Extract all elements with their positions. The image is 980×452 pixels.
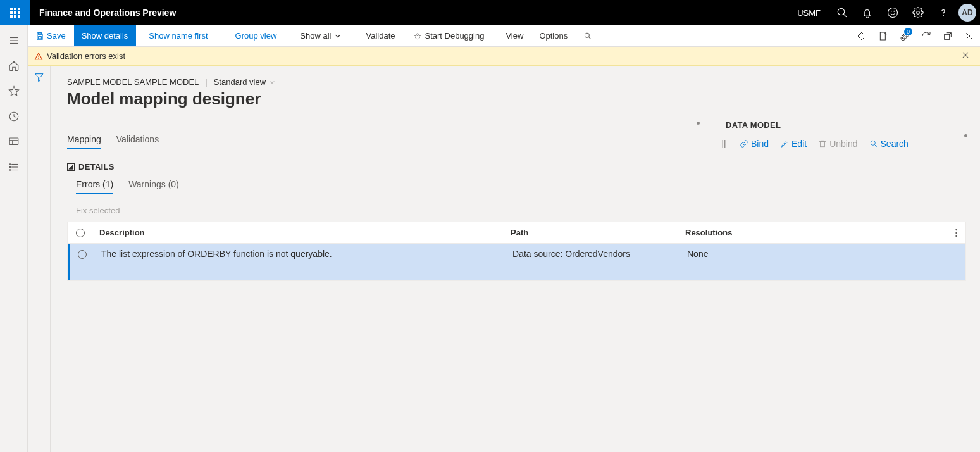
waffle-icon — [10, 8, 20, 18]
grab-handle-icon[interactable] — [719, 139, 728, 148]
help-icon — [938, 7, 949, 18]
view-selector[interactable]: Standard view — [214, 77, 276, 87]
details-section-header[interactable]: DETAILS — [67, 162, 700, 172]
grid-header: Description Path Resolutions — [68, 222, 965, 244]
column-path[interactable]: Path — [504, 228, 679, 237]
start-debugging-label: Start Debugging — [425, 31, 484, 41]
handle-dot-icon — [964, 134, 967, 137]
save-button[interactable]: Save — [28, 25, 74, 46]
star-icon — [8, 85, 20, 97]
row-select[interactable] — [70, 249, 95, 259]
help-button[interactable] — [931, 0, 956, 25]
show-name-first-button[interactable]: Show name first — [141, 25, 216, 46]
tab-mapping[interactable]: Mapping — [67, 134, 101, 149]
column-resolutions[interactable]: Resolutions — [679, 228, 946, 237]
edit-button[interactable]: Edit — [780, 139, 807, 149]
page-out-icon — [878, 31, 888, 41]
nav-recent[interactable] — [0, 104, 28, 129]
validate-label: Validate — [366, 31, 395, 41]
bind-button[interactable]: Bind — [740, 139, 769, 149]
svg-point-15 — [943, 15, 944, 16]
svg-rect-4 — [14, 11, 16, 14]
attachments-badge: 0 — [904, 28, 912, 35]
close-button[interactable] — [958, 25, 980, 46]
subtab-errors[interactable]: Errors (1) — [76, 179, 113, 194]
grid-menu-button[interactable] — [946, 229, 965, 237]
svg-rect-8 — [18, 15, 20, 18]
nav-workspaces[interactable] — [0, 129, 28, 154]
app-launcher-button[interactable] — [0, 0, 30, 25]
filter-icon — [34, 72, 44, 82]
search-button[interactable] — [829, 0, 855, 25]
svg-marker-37 — [858, 32, 865, 40]
subtab-warnings[interactable]: Warnings (0) — [128, 179, 179, 194]
view-menu[interactable]: View — [498, 25, 531, 46]
feedback-button[interactable] — [880, 0, 905, 25]
start-debugging-button[interactable]: Start Debugging — [406, 25, 492, 46]
svg-line-34 — [419, 35, 421, 35]
list-icon — [8, 161, 20, 173]
svg-marker-19 — [9, 87, 18, 96]
filter-panel-toggle[interactable] — [28, 66, 51, 452]
popout-button[interactable] — [937, 25, 958, 46]
home-icon — [8, 60, 20, 72]
search-button[interactable]: Search — [869, 139, 909, 149]
app-title: Finance and Operations Preview — [30, 8, 185, 18]
settings-button[interactable] — [905, 0, 931, 25]
svg-rect-21 — [9, 138, 18, 145]
show-all-dropdown[interactable]: Show all — [292, 25, 350, 46]
breadcrumb-path: SAMPLE MODEL SAMPLE MODEL — [67, 77, 199, 87]
options-label: Options — [539, 31, 568, 41]
nav-modules[interactable] — [0, 154, 28, 180]
svg-line-10 — [843, 14, 847, 17]
breadcrumb-divider: | — [205, 77, 207, 87]
validate-button[interactable]: Validate — [358, 25, 403, 46]
svg-rect-31 — [39, 36, 42, 39]
banner-close-button[interactable] — [961, 51, 974, 61]
svg-point-32 — [417, 33, 419, 35]
notifications-button[interactable] — [855, 0, 880, 25]
row-path: Data source: OrderedVendors — [506, 249, 681, 259]
company-label[interactable]: USMF — [788, 8, 829, 18]
trace-button[interactable] — [851, 25, 872, 46]
grid-row[interactable]: The list expression of ORDERBY function … — [68, 244, 965, 280]
validation-message: Validation errors exist — [47, 51, 125, 61]
svg-marker-48 — [69, 165, 73, 168]
svg-point-44 — [39, 58, 39, 58]
attachments-button[interactable]: 0 — [894, 25, 915, 46]
column-description[interactable]: Description — [93, 228, 504, 237]
tab-validations[interactable]: Validations — [116, 134, 159, 149]
chevron-down-icon — [268, 78, 276, 86]
validation-banner: Validation errors exist — [28, 47, 980, 66]
details-title: DETAILS — [78, 162, 115, 172]
show-details-button[interactable]: Show details — [74, 25, 137, 46]
options-menu[interactable]: Options — [531, 25, 576, 46]
refresh-button[interactable] — [915, 25, 937, 46]
search-label: Search — [881, 139, 909, 149]
debug-icon — [413, 32, 422, 41]
select-all[interactable] — [68, 229, 93, 237]
diamond-icon — [857, 31, 867, 41]
svg-point-27 — [9, 164, 11, 165]
fix-selected-button[interactable]: Fix selected — [76, 206, 700, 215]
find-button[interactable] — [576, 25, 600, 46]
trash-icon — [818, 139, 827, 148]
svg-point-52 — [871, 141, 875, 145]
handle-dot-icon — [697, 122, 700, 125]
refresh-icon — [921, 31, 931, 41]
svg-line-36 — [589, 37, 591, 39]
gear-icon — [912, 7, 924, 18]
group-view-button[interactable]: Group view — [228, 25, 285, 46]
nav-favorites[interactable] — [0, 78, 28, 104]
svg-rect-51 — [821, 142, 825, 147]
svg-rect-0 — [10, 8, 13, 10]
svg-marker-47 — [35, 74, 43, 82]
chevron-down-icon — [333, 32, 342, 41]
nav-home[interactable] — [0, 53, 28, 78]
search-icon — [836, 7, 848, 18]
nav-hamburger[interactable] — [0, 28, 28, 53]
show-name-first-label: Show name first — [149, 31, 208, 41]
svg-rect-3 — [10, 11, 13, 14]
export-button[interactable] — [872, 25, 894, 46]
user-avatar[interactable]: AD — [958, 4, 976, 22]
